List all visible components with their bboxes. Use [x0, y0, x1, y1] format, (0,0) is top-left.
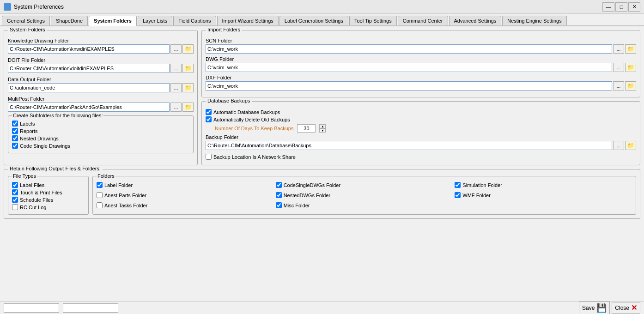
label-folder-checkbox[interactable] [97, 182, 103, 188]
doit-file-folder-browse-btn[interactable]: ... [170, 64, 182, 73]
reports-checkbox[interactable] [12, 128, 18, 134]
doit-file-folder-input[interactable] [8, 64, 170, 73]
days-spinner-down[interactable]: ▼ [319, 128, 326, 133]
dwg-folder-row: DWG Folder ... 📁 [206, 56, 636, 72]
codesingle-dwgs-folder-label: CodeSingleDWGs Folder [284, 182, 341, 188]
anest-tasks-folder-row: Anest Tasks Folder [97, 202, 274, 208]
dwg-folder-open-btn[interactable]: 📁 [625, 63, 636, 72]
minimize-button[interactable]: — [602, 2, 614, 12]
data-output-folder-open-btn[interactable]: 📁 [182, 83, 194, 92]
close-button[interactable]: Close ✕ [612, 302, 640, 314]
multipost-folder-row: MultiPost Folder ... 📁 [8, 96, 194, 112]
wmf-folder-label: WMF Folder [462, 193, 491, 198]
knowledge-drawing-folder-open-btn[interactable]: 📁 [182, 44, 194, 54]
database-backups-group: Database Backups Automatic Database Back… [201, 101, 640, 165]
automatic-backups-label: Automatic Database Backups [213, 109, 280, 115]
rc-cut-log-row: RC Cut Log [12, 204, 85, 210]
multipost-folder-open-btn[interactable]: 📁 [182, 103, 194, 112]
misc-folder-row: Misc Folder [276, 202, 453, 208]
backup-folder-row: Backup Folder ... 📁 [206, 134, 636, 150]
tab-shapedone[interactable]: ShapeDone [51, 16, 88, 25]
backup-folder-open-btn[interactable]: 📁 [625, 141, 636, 150]
tab-advanced-settings[interactable]: Advanced Settings [449, 16, 502, 25]
anest-tasks-folder-label: Anest Tasks Folder [104, 203, 147, 208]
dxf-folder-label: DXF Folder [206, 75, 636, 80]
tab-tool-tip-settings[interactable]: Tool Tip Settings [349, 16, 397, 25]
doit-file-folder-open-btn[interactable]: 📁 [182, 64, 194, 73]
tab-import-wizard-settings[interactable]: Import Wizard Settings [217, 16, 279, 25]
window-close-button[interactable]: ✕ [628, 2, 640, 12]
maximize-button[interactable]: □ [615, 2, 627, 12]
wmf-folder-checkbox[interactable] [455, 192, 461, 198]
schedule-files-checkbox[interactable] [12, 197, 18, 203]
scn-folder-label: SCN Folder [206, 38, 636, 43]
auto-delete-old-backups-checkbox[interactable] [206, 116, 212, 122]
dwg-folder-browse-btn[interactable]: ... [613, 63, 624, 72]
scn-folder-row: SCN Folder ... 📁 [206, 38, 636, 54]
anest-tasks-folder-checkbox[interactable] [97, 202, 103, 208]
label-files-checkbox[interactable] [12, 182, 18, 188]
multipost-folder-browse-btn[interactable]: ... [170, 103, 182, 112]
backup-folder-input[interactable] [206, 141, 612, 150]
nesteddwgs-folder-checkbox[interactable] [276, 192, 282, 198]
days-spinner-up[interactable]: ▲ [319, 124, 326, 128]
status-left [4, 303, 118, 313]
dxf-folder-open-btn[interactable]: 📁 [625, 81, 636, 91]
data-output-folder-input-row: ... 📁 [8, 83, 194, 92]
knowledge-drawing-folder-row: Knowledge Drawing Folder ... 📁 [8, 38, 194, 54]
multipost-folder-input[interactable] [8, 103, 170, 112]
knowledge-drawing-folder-input[interactable] [8, 44, 170, 54]
tab-system-folders[interactable]: System Folders [89, 16, 137, 26]
nesteddwgs-folder-row: NestedDWGs Folder [276, 192, 453, 198]
scn-folder-input[interactable] [206, 44, 612, 54]
rc-cut-log-checkbox[interactable] [12, 204, 18, 210]
tab-label-generation-settings[interactable]: Label Generation Settings [279, 16, 348, 25]
nested-drawings-checkbox-label: Nested Drawings [20, 136, 59, 141]
top-panels: System Folders Knowledge Drawing Folder … [4, 30, 640, 165]
tab-nesting-engine-settings[interactable]: Nesting Engine Settings [502, 16, 566, 25]
label-folder-label: Label Folder [104, 182, 133, 188]
status-section-2 [63, 303, 118, 313]
days-input[interactable] [297, 124, 316, 133]
data-output-folder-browse-btn[interactable]: ... [170, 83, 182, 92]
dwg-folder-input[interactable] [206, 63, 612, 72]
retain-section: Retain Following Output Files & Folders:… [4, 169, 640, 219]
misc-folder-checkbox[interactable] [276, 202, 282, 208]
auto-delete-old-backups-label: Automatically Delete Old Backups [213, 117, 290, 122]
labels-checkbox-label: Labels [20, 121, 35, 127]
touch-print-files-checkbox[interactable] [12, 189, 18, 195]
codesingle-dwgs-folder-row: CodeSingleDWGs Folder [276, 182, 453, 188]
status-right: Save 💾 Close ✕ [579, 302, 640, 314]
labels-checkbox[interactable] [12, 121, 18, 127]
folders-title: Folders [97, 173, 115, 179]
data-output-folder-input[interactable] [8, 83, 170, 92]
tab-general-settings[interactable]: General Settings [2, 16, 50, 25]
simulation-folder-checkbox[interactable] [455, 182, 461, 188]
anest-parts-folder-checkbox[interactable] [97, 192, 103, 198]
reports-checkbox-row: Reports [12, 128, 189, 134]
import-folders-title: Import Folders [206, 27, 242, 32]
label-files-label: Label Files [20, 182, 44, 188]
dxf-folder-browse-btn[interactable]: ... [613, 81, 624, 91]
import-folders-group: Import Folders SCN Folder ... 📁 DWG Fold… [201, 30, 640, 97]
tab-layer-lists[interactable]: Layer Lists [138, 16, 172, 25]
data-output-folder-label: Data Output Folder [8, 77, 194, 82]
knowledge-drawing-folder-browse-btn[interactable]: ... [170, 44, 182, 54]
tab-field-captions[interactable]: Field Captions [173, 16, 216, 25]
backup-folder-browse-btn[interactable]: ... [613, 141, 624, 150]
scn-folder-browse-btn[interactable]: ... [613, 44, 624, 54]
automatic-backups-checkbox[interactable] [206, 109, 212, 115]
anest-parts-folder-label: Anest Parts Folder [104, 193, 146, 198]
dxf-folder-row: DXF Folder ... 📁 [206, 75, 636, 91]
scn-folder-open-btn[interactable]: 📁 [625, 44, 636, 54]
code-single-drawings-checkbox[interactable] [12, 143, 18, 149]
network-share-checkbox[interactable] [206, 154, 212, 160]
codesingle-dwgs-folder-checkbox[interactable] [276, 182, 282, 188]
main-content: System Folders Knowledge Drawing Folder … [0, 26, 644, 301]
save-button[interactable]: Save 💾 [579, 302, 610, 314]
nested-drawings-checkbox[interactable] [12, 135, 18, 141]
days-spinner: ▲ ▼ [319, 124, 326, 133]
dxf-folder-input[interactable] [206, 81, 612, 91]
tab-command-center[interactable]: Command Center [398, 16, 448, 25]
multipost-folder-label: MultiPost Folder [8, 96, 194, 102]
